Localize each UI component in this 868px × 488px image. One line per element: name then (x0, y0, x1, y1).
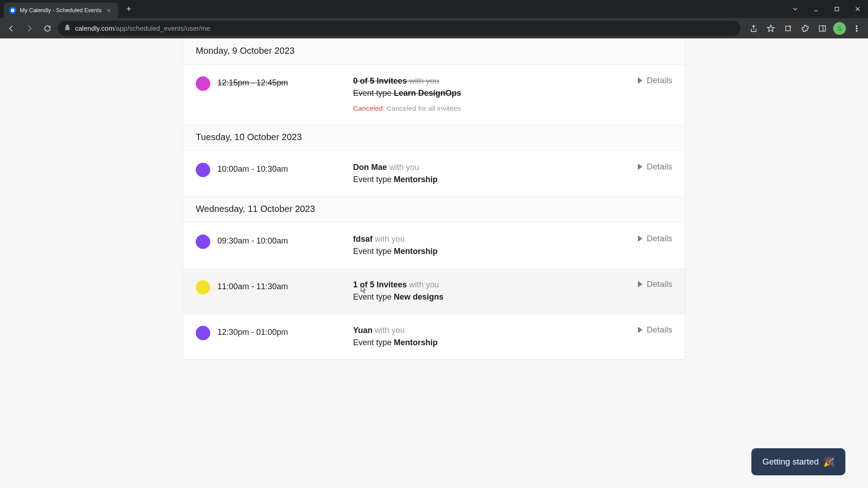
with-you-label: with you (407, 76, 439, 85)
close-tab-icon[interactable]: × (105, 7, 113, 14)
play-icon (637, 235, 643, 242)
tab-strip: My Calendly - Scheduled Events × + (0, 0, 868, 18)
with-you-label: with you (373, 235, 405, 244)
play-icon (637, 164, 643, 170)
profile-avatar-button[interactable]: S (832, 21, 847, 36)
event-info: Don Mae with you Event type Mentorship (353, 163, 672, 184)
event-invitee-line: 1 of 5 Invitees with you (353, 280, 672, 290)
details-button[interactable]: Details (637, 162, 672, 172)
canceled-label: Canceled: (353, 104, 385, 112)
url-host: calendly.com (75, 24, 114, 32)
url-path: /app/scheduled_events/user/me (114, 24, 210, 32)
extensions-icon[interactable] (797, 21, 813, 36)
svg-point-6 (856, 30, 857, 31)
invitee-name: Yuan (353, 326, 373, 335)
browser-tab[interactable]: My Calendly - Scheduled Events × (4, 3, 118, 18)
canceled-note: Canceled: Canceled for all invitees (353, 104, 672, 113)
event-type-prefix: Event type (353, 338, 394, 347)
address-bar[interactable]: calendly.com/app/scheduled_events/user/m… (58, 21, 741, 36)
event-type-name: Mentorship (394, 247, 438, 256)
event-color-dot (196, 326, 210, 340)
svg-rect-3 (819, 26, 826, 31)
invitee-name: Don Mae (353, 163, 387, 172)
details-button[interactable]: Details (637, 75, 672, 85)
details-label: Details (646, 279, 672, 289)
getting-started-widget[interactable]: Getting started 🎉 (751, 448, 845, 475)
with-you-label: with you (373, 326, 405, 335)
toolbar-icons: S (746, 21, 864, 36)
svg-point-4 (856, 25, 857, 26)
lock-icon (64, 24, 71, 32)
new-tab-button[interactable]: + (123, 3, 135, 15)
window-minimize-button[interactable] (806, 0, 826, 18)
svg-point-2 (789, 25, 791, 28)
event-info: 0 of 5 Invitees with you Event type Lear… (353, 76, 672, 113)
extensions-notice-icon[interactable] (780, 21, 796, 36)
event-invitee-line: 0 of 5 Invitees with you (353, 76, 672, 86)
with-you-label: with you (387, 163, 419, 172)
event-color-dot (196, 76, 210, 91)
details-label: Details (646, 75, 672, 85)
event-type-line: Event type New designs (353, 292, 672, 302)
calendly-favicon (9, 7, 16, 14)
event-time: 10:00am - 10:30am (217, 163, 353, 184)
event-type-name: Mentorship (394, 338, 438, 347)
event-time: 09:30am - 10:00am (217, 235, 353, 256)
details-button[interactable]: Details (637, 325, 672, 335)
event-type-name: New designs (394, 292, 443, 301)
reload-button[interactable] (40, 21, 55, 36)
tabs-dropdown-icon[interactable] (785, 0, 806, 18)
play-icon (637, 327, 643, 333)
event-row[interactable]: 10:00am - 10:30am Don Mae with you Event… (183, 151, 685, 197)
event-type-line: Event type Mentorship (353, 247, 672, 256)
nav-back-button[interactable] (4, 21, 19, 36)
event-info: Yuan with you Event type Mentorship (353, 326, 672, 347)
nav-forward-button[interactable] (22, 21, 37, 36)
play-icon (637, 77, 643, 84)
event-info: 1 of 5 Invitees with you Event type New … (353, 280, 672, 302)
with-you-label: with you (407, 280, 439, 289)
event-row[interactable]: 12:15pm - 12:45pm 0 of 5 Invitees with y… (183, 65, 685, 125)
event-info: fdsaf with you Event type Mentorship (353, 235, 672, 256)
event-type-line: Event type Mentorship (353, 175, 672, 184)
svg-point-5 (856, 28, 857, 28)
event-type-prefix: Event type (353, 247, 394, 256)
event-invitee-line: Don Mae with you (353, 163, 672, 172)
details-button[interactable]: Details (637, 234, 672, 244)
canceled-message: Canceled for all invitees (385, 104, 461, 112)
window-controls (785, 0, 868, 18)
event-row[interactable]: 09:30am - 10:00am fdsaf with you Event t… (183, 223, 685, 268)
event-type-line: Event type Mentorship (353, 338, 672, 347)
kebab-menu-icon[interactable] (849, 21, 864, 36)
event-time: 12:30pm - 01:00pm (217, 326, 353, 347)
details-button[interactable]: Details (637, 279, 672, 289)
event-type-prefix: Event type (353, 175, 394, 184)
event-type-name: Mentorship (394, 175, 438, 184)
side-panel-icon[interactable] (815, 21, 830, 36)
page-content[interactable]: Monday, 9 October 2023 12:15pm - 12:45pm… (0, 38, 868, 488)
tab-title: My Calendly - Scheduled Events (20, 7, 102, 14)
svg-rect-0 (835, 7, 839, 11)
event-row[interactable]: 11:00am - 11:30am 1 of 5 Invitees with y… (183, 268, 685, 314)
url-text: calendly.com/app/scheduled_events/user/m… (75, 24, 210, 32)
invitee-name: 0 of 5 Invitees (353, 76, 407, 85)
event-invitee-line: Yuan with you (353, 326, 672, 335)
date-heading: Monday, 9 October 2023 (183, 38, 685, 65)
event-time: 11:00am - 11:30am (217, 280, 353, 302)
window-maximize-button[interactable] (826, 0, 847, 18)
bookmark-star-icon[interactable] (763, 21, 778, 36)
event-type-line: Event type Learn DesignOps (353, 89, 672, 98)
events-panel: Monday, 9 October 2023 12:15pm - 12:45pm… (183, 38, 685, 360)
details-label: Details (646, 325, 672, 335)
details-label: Details (646, 234, 672, 244)
browser-chrome: My Calendly - Scheduled Events × + calen… (0, 0, 868, 38)
event-type-prefix: Event type (353, 292, 394, 301)
address-row: calendly.com/app/scheduled_events/user/m… (0, 18, 868, 38)
party-popper-icon: 🎉 (823, 456, 835, 467)
invitee-name: fdsaf (353, 235, 373, 244)
event-color-dot (196, 280, 210, 295)
event-row[interactable]: 12:30pm - 01:00pm Yuan with you Event ty… (183, 314, 685, 360)
window-close-button[interactable] (847, 0, 868, 18)
event-color-dot (196, 163, 210, 177)
share-icon[interactable] (746, 21, 761, 36)
